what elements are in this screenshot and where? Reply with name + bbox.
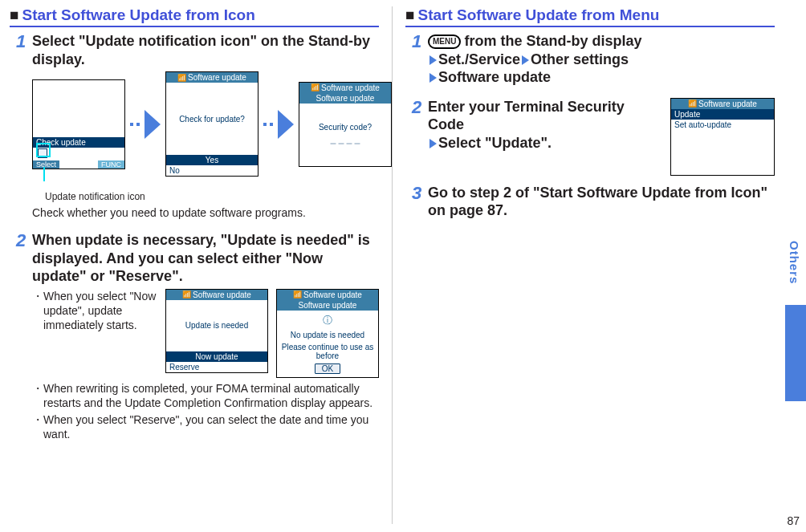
column-divider	[392, 6, 393, 524]
no-option: No	[166, 165, 258, 176]
antenna-icon: 📶	[311, 83, 320, 91]
screen-text: Update is needed	[185, 321, 248, 330]
step-title: Select "Update notification icon" on the…	[32, 32, 392, 68]
path-arrow-icon	[429, 55, 437, 65]
right-step-2: 2 Enter your Terminal Security Code Sele…	[405, 98, 775, 176]
antenna-icon: 📶	[177, 74, 186, 82]
screen-subtitle: Software update	[277, 300, 378, 311]
step-title: Enter your Terminal Security Code Select…	[428, 98, 662, 152]
step-number: 1	[405, 32, 428, 55]
softkey-func: FUNC	[98, 160, 124, 169]
screen-text: Please continue to use as before	[280, 343, 375, 360]
update-menu-screen: 📶Software update Update Set auto-update	[670, 98, 775, 176]
list-item: When you select "Reserve", you can selec…	[32, 412, 379, 441]
antenna-icon: 📶	[688, 99, 697, 108]
chapter-label: Others	[788, 241, 801, 284]
icon-caption: Update notification icon	[45, 191, 392, 202]
square-bullet-icon: ■	[405, 6, 414, 23]
check-for-update-screen: 📶Software update Check for update? Yes N…	[165, 71, 258, 177]
step-title: MENUfrom the Stand-by display Set./Servi…	[428, 32, 775, 87]
chapter-tab	[785, 305, 806, 401]
yes-option: Yes	[166, 155, 258, 165]
info-icon: ⓘ	[323, 314, 332, 327]
list-item: When rewriting is completed, your FOMA t…	[32, 381, 379, 410]
left-heading: ■Start Software Update from Icon	[10, 6, 379, 27]
page-number: 87	[787, 514, 800, 527]
now-update-option: Now update	[166, 351, 267, 362]
update-needed-screen: 📶Software update Update is needed Now up…	[165, 289, 268, 373]
softkey-select: Select	[33, 160, 59, 169]
screen-text: No update is needed	[291, 331, 364, 339]
step-title: Go to step 2 of "Start Software Update f…	[428, 184, 775, 220]
step-number: 2	[10, 231, 32, 254]
screen-text: Check for update?	[179, 115, 245, 124]
step-number: 1	[10, 32, 32, 55]
step-title: When update is necessary, "Update is nee…	[32, 231, 379, 286]
arrow-right-icon	[278, 110, 294, 139]
right-heading: ■Start Software Update from Menu	[405, 6, 775, 27]
screen-subtitle: Software update	[299, 93, 391, 104]
security-code-screen: 📶Software update Software update Securit…	[299, 82, 392, 167]
list-item: When you select "Now update", update imm…	[32, 289, 157, 333]
right-step-3: 3 Go to step 2 of "Start Software Update…	[405, 184, 775, 223]
left-step-2: 2 When update is necessary, "Update is n…	[10, 231, 379, 444]
path-arrow-icon	[522, 55, 529, 65]
arrow-dots-icon	[263, 123, 273, 126]
bullet-list: When you select "Now update", update imm…	[32, 289, 157, 335]
standby-screen: Check update Select FUNC	[32, 79, 125, 169]
step-number: 2	[405, 98, 428, 120]
menu-key-icon: MENU	[428, 35, 461, 49]
antenna-icon: 📶	[182, 290, 191, 298]
screens-row-1: Check update Select FUNC	[32, 71, 392, 177]
path-arrow-icon	[429, 139, 437, 148]
right-step-1: 1 MENUfrom the Stand-by display Set./Ser…	[405, 32, 775, 90]
arrow-right-icon	[145, 110, 161, 139]
reserve-option: Reserve	[166, 362, 267, 372]
step-note: Check whether you need to update softwar…	[32, 205, 392, 220]
antenna-icon: 📶	[293, 290, 302, 298]
update-row: Update	[671, 109, 774, 120]
arrow-dots-icon	[130, 123, 140, 126]
square-bullet-icon: ■	[10, 6, 18, 23]
path-arrow-icon	[429, 73, 437, 83]
ok-button: OK	[315, 363, 340, 374]
left-step-1: 1 Select "Update notification icon" on t…	[10, 32, 379, 223]
step-number: 3	[405, 184, 428, 206]
bullet-list: When rewriting is completed, your FOMA t…	[32, 381, 379, 442]
left-column: ■Start Software Update from Icon 1 Selec…	[10, 6, 389, 524]
code-entry-blank: ＿＿＿＿	[329, 135, 361, 146]
check-update-bar: Check update	[33, 137, 124, 148]
set-auto-update-row: Set auto-update	[671, 120, 774, 130]
right-column: ■Start Software Update from Menu 1 MENUf…	[396, 6, 775, 524]
callout-line	[43, 167, 45, 181]
no-update-needed-screen: 📶Software update Software update ⓘ No up…	[276, 289, 379, 378]
screen-text: Security code?	[319, 123, 372, 132]
